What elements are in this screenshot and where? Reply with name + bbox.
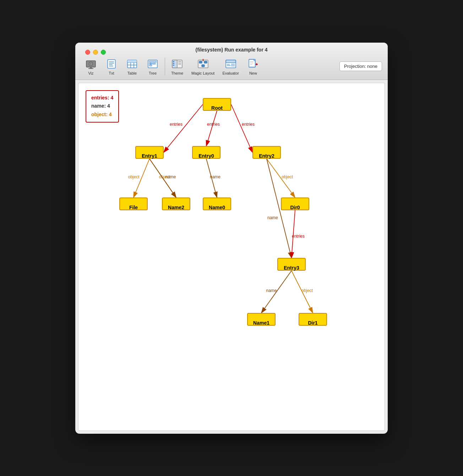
svg-text:name: name [210,174,220,179]
viz-label: Viz [88,71,93,75]
evaluator-icon [224,58,237,70]
svg-rect-29 [178,61,181,63]
tree-icon [146,58,159,70]
svg-line-73 [292,210,295,258]
toolbar: Viz Txt [81,56,382,77]
magic-layout-icon [197,58,209,70]
table-icon [126,58,138,70]
theme-icon [171,58,184,70]
svg-rect-19 [149,65,152,66]
node-entry3[interactable]: Entry3 [277,258,306,271]
svg-rect-38 [226,60,236,63]
svg-rect-5 [108,60,115,68]
node-dir0[interactable]: Dir0 [281,198,309,210]
svg-rect-4 [88,68,93,69]
node-dir1[interactable]: Dir1 [299,313,327,326]
svg-rect-33 [204,61,207,63]
svg-rect-15 [127,60,137,63]
tree-arrows: entriesentriesentriesobjectobjectnamenam… [78,83,385,431]
tree-label: Tree [149,71,157,75]
svg-text:entries: entries [170,121,183,126]
magic-layout-label: Magic Layout [191,71,214,75]
viz-icon [85,58,97,70]
svg-marker-35 [202,59,203,60]
svg-text:entries: entries [292,234,305,239]
node-name0[interactable]: Name0 [203,198,231,210]
svg-text:object: object [128,174,140,179]
svg-line-77 [292,271,313,313]
close-button[interactable] [85,50,90,55]
toolbar-item-table[interactable]: Table [122,56,142,77]
node-entry2[interactable]: Entry2 [252,146,281,159]
svg-rect-28 [173,65,174,66]
toolbar-item-txt[interactable]: Txt [102,56,121,77]
svg-text:name: name [267,215,278,220]
new-icon [247,58,260,70]
toolbar-item-viz[interactable]: Viz [81,56,101,77]
toolbar-item-new[interactable]: New [243,56,263,77]
app-window: (filesystem) Run example for 4 Viz [75,43,388,434]
svg-rect-30 [178,63,181,65]
svg-line-63 [149,159,176,198]
legend-name: name: 4 [91,102,113,110]
svg-line-67 [206,159,217,198]
node-name2[interactable]: Name2 [162,198,190,210]
svg-line-55 [164,104,203,152]
toolbar-separator-1 [165,58,165,75]
evaluator-label: Evaluator [222,71,239,75]
txt-label: Txt [109,71,114,75]
new-label: New [249,71,257,75]
svg-text:entries: entries [207,121,220,126]
svg-rect-26 [173,61,174,62]
toolbar-item-evaluator[interactable]: Evaluator [219,56,242,77]
legend-object: object: 4 [91,110,113,119]
node-root[interactable]: Root [203,98,231,111]
theme-label: Theme [171,71,183,75]
svg-point-2 [90,63,92,65]
toolbar-item-magic-layout[interactable]: Magic Layout [188,56,218,77]
svg-rect-41 [231,64,235,66]
svg-line-69 [267,159,295,198]
svg-line-59 [231,104,252,152]
svg-text:object: object [282,174,293,179]
legend-entries: entries: 4 [91,94,113,102]
svg-line-75 [261,271,292,313]
maximize-button[interactable] [101,50,106,55]
projection-button[interactable]: Projection: none [339,61,382,71]
svg-text:object: object [159,174,170,179]
content-area: entries: 4 name: 4 object: 4 entriesentr… [78,83,385,431]
node-entry1[interactable]: Entry1 [135,146,164,159]
svg-line-65 [149,159,176,198]
node-name1[interactable]: Name1 [247,313,276,326]
toolbar-item-theme[interactable]: Theme [167,56,187,77]
svg-line-57 [206,111,217,146]
toolbar-item-tree[interactable]: Tree [143,56,163,77]
svg-rect-32 [199,61,202,63]
title-bar: (filesystem) Run example for 4 Viz [75,43,388,80]
svg-rect-17 [149,61,156,63]
svg-line-61 [134,159,149,198]
node-entry0[interactable]: Entry0 [192,146,220,159]
svg-text:object: object [301,288,313,293]
node-file[interactable]: File [119,198,148,210]
svg-text:entries: entries [242,121,255,126]
window-controls [85,50,106,55]
svg-rect-34 [202,65,205,67]
svg-text:name: name [266,288,277,293]
txt-icon [105,58,118,70]
svg-rect-27 [173,63,174,64]
svg-rect-20 [153,63,156,64]
table-label: Table [127,71,137,75]
window-title: (filesystem) Run example for 4 [195,47,267,53]
legend-box: entries: 4 name: 4 object: 4 [86,90,119,123]
svg-text:name: name [165,174,176,179]
svg-rect-3 [90,67,92,68]
minimize-button[interactable] [93,50,98,55]
svg-rect-25 [172,60,177,68]
